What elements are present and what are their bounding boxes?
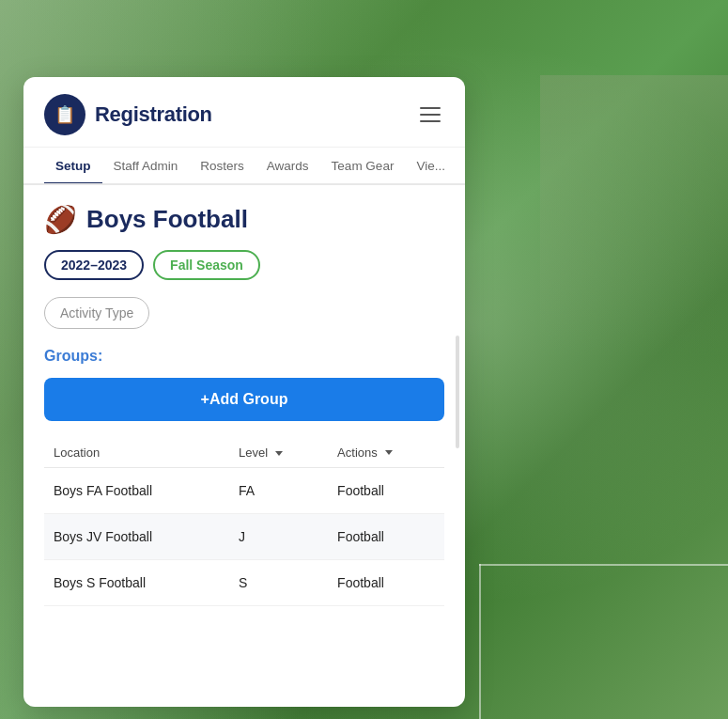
- row2-location: Boys JV Football: [44, 514, 229, 560]
- nav-team-gear[interactable]: Team Gear: [320, 148, 406, 185]
- row1-level: FA: [229, 468, 328, 514]
- sport-header: 🏈 Boys Football: [44, 204, 444, 235]
- main-panel: 📋 Registration Setup Staff Admin Rosters…: [23, 77, 465, 707]
- nav-awards[interactable]: Awards: [256, 148, 320, 185]
- app-title: Registration: [95, 102, 212, 127]
- hamburger-line-2: [420, 114, 441, 116]
- menu-button[interactable]: [416, 103, 444, 126]
- nav-setup[interactable]: Setup: [44, 148, 102, 185]
- row3-level: S: [229, 560, 328, 606]
- hamburger-line-3: [420, 120, 441, 122]
- row1-location: Boys FA Football: [44, 468, 229, 514]
- sport-title: Boys Football: [86, 205, 248, 234]
- row2-level: J: [229, 514, 328, 560]
- background-trees: [540, 75, 728, 357]
- logo-icon: 📋: [54, 104, 75, 125]
- table-row: Boys FA Football FA Football: [44, 468, 444, 514]
- col-level[interactable]: Level: [229, 438, 328, 468]
- groups-table: Location Level Actions: [44, 438, 444, 606]
- sport-icon: 🏈: [44, 204, 77, 235]
- table-row: Boys JV Football J Football: [44, 514, 444, 560]
- app-logo: 📋: [44, 94, 85, 135]
- hamburger-line-1: [420, 107, 441, 109]
- nav-rosters[interactable]: Rosters: [189, 148, 256, 185]
- nav-staff-admin[interactable]: Staff Admin: [102, 148, 190, 185]
- col-location: Location: [44, 438, 229, 468]
- table-row: Boys S Football S Football: [44, 560, 444, 606]
- header-left: 📋 Registration: [44, 94, 212, 135]
- nav-view[interactable]: Vie...: [405, 148, 457, 185]
- scroll-indicator[interactable]: [456, 336, 459, 448]
- actions-sort-icon: [385, 450, 393, 455]
- groups-label: Groups:: [44, 348, 444, 365]
- page-content: 🏈 Boys Football 2022–2023 Fall Season Ac…: [23, 185, 465, 625]
- app-header: 📋 Registration: [23, 77, 465, 148]
- row1-actions: Football: [328, 468, 444, 514]
- row3-actions: Football: [328, 560, 444, 606]
- activity-type-button[interactable]: Activity Type: [44, 297, 149, 329]
- col-actions[interactable]: Actions: [328, 438, 444, 468]
- main-nav: Setup Staff Admin Rosters Awards Team Ge…: [23, 148, 465, 185]
- row2-actions: Football: [328, 514, 444, 560]
- level-sort-icon: [275, 451, 283, 456]
- year-badge[interactable]: 2022–2023: [44, 250, 144, 280]
- season-badge[interactable]: Fall Season: [153, 250, 260, 280]
- add-group-button[interactable]: +Add Group: [44, 378, 444, 421]
- row3-location: Boys S Football: [44, 560, 229, 606]
- table-header-row: Location Level Actions: [44, 438, 444, 468]
- badges-container: 2022–2023 Fall Season: [44, 250, 444, 280]
